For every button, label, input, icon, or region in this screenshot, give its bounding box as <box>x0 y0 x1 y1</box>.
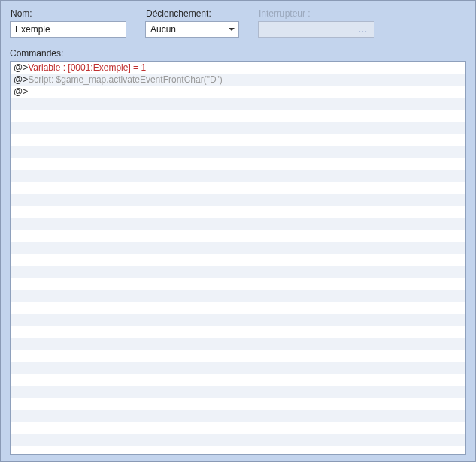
command-row[interactable] <box>11 350 465 362</box>
command-row[interactable] <box>11 158 465 170</box>
command-row[interactable] <box>11 134 465 146</box>
switch-browse-button: ... <box>356 23 371 35</box>
command-row[interactable] <box>11 338 465 350</box>
command-row[interactable] <box>11 374 465 386</box>
switch-input: ... <box>258 21 374 38</box>
name-field-group: Nom: <box>10 8 126 38</box>
command-row[interactable] <box>11 206 465 218</box>
command-row[interactable] <box>11 170 465 182</box>
command-row[interactable] <box>11 278 465 290</box>
command-row[interactable] <box>11 326 465 338</box>
command-row[interactable] <box>11 146 465 158</box>
command-prefix: @> <box>14 74 28 85</box>
command-row[interactable] <box>11 434 465 446</box>
command-row[interactable]: @>Script: $game_map.activateEventFrontCh… <box>11 74 465 86</box>
command-row[interactable] <box>11 230 465 242</box>
command-prefix: @> <box>14 86 28 97</box>
name-label: Nom: <box>10 8 126 19</box>
commands-list[interactable]: @>Variable : [0001:Exemple] = 1@>Script:… <box>10 61 466 455</box>
event-page-panel: Nom: Déclenchement: Aucun Interrupteur :… <box>0 0 476 462</box>
command-row[interactable] <box>11 254 465 266</box>
name-input[interactable] <box>10 21 126 38</box>
command-row[interactable] <box>11 122 465 134</box>
trigger-field-group: Déclenchement: Aucun <box>145 8 239 38</box>
command-script-text: Script: $game_map.activateEventFrontChar… <box>28 74 223 85</box>
switch-label: Interrupteur : <box>258 8 374 19</box>
command-row[interactable]: @> <box>11 86 465 98</box>
command-row[interactable] <box>11 410 465 422</box>
command-variable-text: Variable : [0001:Exemple] = 1 <box>28 62 146 73</box>
trigger-select-value: Aucun <box>145 21 239 38</box>
trigger-select[interactable]: Aucun <box>145 21 239 38</box>
command-row[interactable] <box>11 98 465 110</box>
command-row[interactable] <box>11 110 465 122</box>
command-row[interactable]: @>Variable : [0001:Exemple] = 1 <box>11 62 465 74</box>
command-row[interactable] <box>11 302 465 314</box>
command-row[interactable] <box>11 422 465 434</box>
command-row[interactable] <box>11 446 465 455</box>
command-row[interactable] <box>11 314 465 326</box>
trigger-label: Déclenchement: <box>145 8 239 19</box>
command-row[interactable] <box>11 266 465 278</box>
command-row[interactable] <box>11 218 465 230</box>
command-row[interactable] <box>11 182 465 194</box>
switch-field-group: Interrupteur : ... <box>258 8 374 38</box>
header-form-row: Nom: Déclenchement: Aucun Interrupteur :… <box>10 8 466 38</box>
command-row[interactable] <box>11 398 465 410</box>
command-row[interactable] <box>11 386 465 398</box>
command-row[interactable] <box>11 362 465 374</box>
commands-label: Commandes: <box>10 48 466 59</box>
command-row[interactable] <box>11 194 465 206</box>
command-prefix: @> <box>14 62 28 73</box>
command-row[interactable] <box>11 242 465 254</box>
command-row[interactable] <box>11 290 465 302</box>
